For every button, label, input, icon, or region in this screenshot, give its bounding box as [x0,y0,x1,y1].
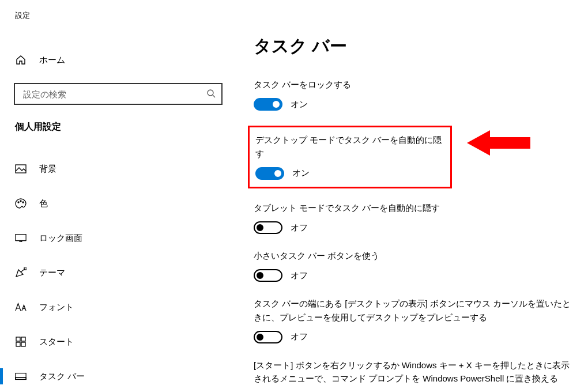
svg-rect-8 [16,337,20,341]
highlight-box: デスクトップ モードでタスク バーを自動的に隠す オン [248,126,452,188]
setting-peek-desktop: タスク バーの端にある [デスクトップの表示] ボタンにマウス カーソルを置いた… [254,297,571,343]
svg-point-0 [208,90,213,96]
search-icon [206,89,216,100]
home-icon [15,54,27,66]
toggle-state: オフ [291,331,308,342]
sidebar-item-label: タスク バー [39,371,85,382]
settings-sidebar: 設定 ホーム 個人用設定 [0,0,236,389]
sidebar-item-label: 色 [39,198,48,209]
taskbar-icon [15,372,27,380]
setting-autohide-desktop: デスクトップ モードでタスク バーを自動的に隠す オン [255,133,442,180]
toggle-small-buttons[interactable] [254,269,282,282]
lockscreen-icon [15,233,27,243]
sidebar-section-heading: 個人用設定 [0,121,236,133]
sidebar-item-start[interactable]: スタート [0,330,236,353]
font-icon [15,303,27,312]
svg-point-4 [22,202,24,203]
toggle-autohide-tablet[interactable] [254,221,282,234]
sidebar-item-taskbar[interactable]: タスク バー [0,365,236,388]
start-icon [15,337,27,347]
sidebar-item-themes[interactable]: テーマ [0,261,236,284]
palette-icon [15,198,27,209]
settings-main: タスク バー タスク バーをロックする オン デスクトップ モードでタスク バー… [236,0,588,389]
sidebar-item-label: 背景 [39,164,56,175]
toggle-autohide-desktop[interactable] [255,167,284,180]
svg-point-2 [18,202,19,203]
theme-icon [15,267,27,278]
sidebar-home-label: ホーム [39,55,65,66]
svg-rect-11 [21,342,25,346]
toggle-lock-taskbar[interactable] [254,98,282,111]
setting-lock-taskbar: タスク バーをロックする オン [254,78,571,111]
toggle-state: オン [291,99,308,110]
setting-label: 小さいタスク バー ボタンを使う [254,249,571,262]
search-input[interactable] [22,89,206,100]
sidebar-item-lockscreen[interactable]: ロック画面 [0,226,236,250]
svg-rect-1 [16,165,26,173]
sidebar-item-label: フォント [39,302,74,313]
svg-rect-5 [16,235,26,241]
setting-label: タスク バーの端にある [デスクトップの表示] ボタンにマウス カーソルを置いた… [254,297,571,324]
toggle-state: オフ [291,270,308,281]
toggle-state: オフ [291,222,308,233]
sidebar-item-background[interactable]: 背景 [0,157,236,180]
svg-rect-9 [21,337,25,341]
toggle-peek-desktop[interactable] [254,331,282,343]
toggle-state: オン [292,168,310,179]
sidebar-item-label: スタート [39,337,74,348]
setting-label: タブレット モードでタスク バーを自動的に隠す [254,201,571,214]
picture-icon [15,164,27,173]
setting-autohide-tablet: タブレット モードでタスク バーを自動的に隠す オフ [254,201,571,234]
arrow-annotation [467,126,530,162]
svg-point-3 [20,201,21,202]
setting-label: デスクトップ モードでタスク バーを自動的に隠す [255,133,442,160]
setting-small-buttons: 小さいタスク バー ボタンを使う オフ [254,249,571,282]
sidebar-item-label: テーマ [39,267,65,278]
sidebar-item-colors[interactable]: 色 [0,192,236,215]
svg-rect-10 [16,342,20,346]
window-title: 設定 [0,0,236,21]
sidebar-home[interactable]: ホーム [0,50,236,70]
page-title: タスク バー [254,35,571,58]
setting-label: タスク バーをロックする [254,78,571,91]
sidebar-nav: 背景 色 ロック画面 [0,157,236,388]
sidebar-item-fonts[interactable]: フォント [0,296,236,319]
sidebar-item-label: ロック画面 [39,233,82,244]
svg-marker-14 [467,130,530,156]
setting-powershell-replace: [スタート] ボタンを右クリックするか Windows キー + X キーを押し… [254,358,571,389]
svg-rect-6 [20,241,22,242]
search-input-wrap[interactable] [14,83,223,105]
setting-label: [スタート] ボタンを右クリックするか Windows キー + X キーを押し… [254,358,571,386]
